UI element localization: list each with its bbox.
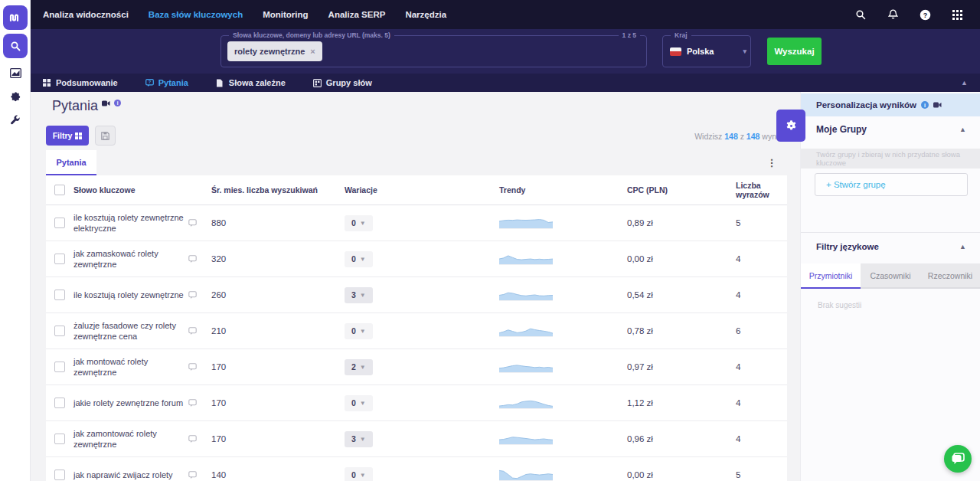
table-row[interactable]: jak zamaskować rolety zewnętrzne 320 0▼ … — [46, 241, 787, 277]
table-row[interactable]: jak montować rolety zewnętrzne 170 2▼ 0,… — [46, 349, 787, 385]
country-select[interactable]: Kraj Polska ▾ — [662, 35, 751, 67]
word-count: 4 — [687, 254, 787, 263]
cpc-value: 0,89 zł — [580, 218, 687, 227]
search-icon[interactable] — [854, 8, 867, 21]
card-tab-pytania[interactable]: Pytania — [46, 150, 96, 175]
variations-dropdown[interactable]: 0▼ — [345, 323, 373, 339]
senuto-logo[interactable] — [3, 5, 28, 30]
tab-rzeczowniki[interactable]: Rzeczowniki — [920, 263, 980, 289]
language-tabs: Przymiotniki Czasowniki Rzeczowniki — [801, 263, 980, 289]
tab-grupy-slow[interactable]: Grupy słów — [313, 78, 372, 87]
question-bubble-icon — [188, 291, 211, 299]
row-checkbox[interactable] — [54, 362, 65, 372]
keywords-input[interactable]: Słowa kluczowe, domeny lub adresy URL (m… — [220, 35, 647, 67]
row-checkbox[interactable] — [54, 398, 65, 408]
row-checkbox[interactable] — [54, 470, 65, 480]
chevron-down-icon: ▼ — [360, 436, 366, 443]
section-tabs: Podsumowanie ? Pytania Słowa zależne Gru… — [31, 74, 980, 92]
apps-grid-icon[interactable] — [951, 8, 963, 21]
info-icon[interactable]: i — [114, 100, 121, 106]
chat-widget-button[interactable] — [944, 445, 972, 473]
keyword-tag[interactable]: rolety zewnętrzne × — [227, 41, 322, 61]
table-row[interactable]: jakie rolety zewnętrzne forum 170 0▼ 1,1… — [46, 385, 787, 421]
floppy-save-icon — [101, 132, 109, 140]
personalization-header: Personalizacja wyników i — [801, 93, 980, 116]
keyword-text[interactable]: ile kosztują rolety zewnętrzne elektrycz… — [74, 212, 188, 234]
search-button[interactable]: Wyszukaj — [767, 38, 822, 65]
cpc-value: 1,12 zł — [580, 398, 687, 407]
visibility-chart-icon[interactable] — [6, 65, 24, 80]
language-filters-title: Filtry językowe — [816, 242, 879, 251]
collapse-panel-icon[interactable]: ▲ — [961, 79, 980, 87]
language-filters-header[interactable]: Filtry językowe ▲ — [816, 242, 966, 251]
tools-wrench-icon[interactable] — [6, 113, 24, 128]
my-groups-header[interactable]: Moje Grupy ▲ — [816, 124, 966, 135]
help-icon[interactable]: ? — [919, 8, 931, 21]
row-checkbox[interactable] — [54, 326, 65, 336]
keyword-text[interactable]: jak zamontować rolety zewnętrzne — [74, 428, 188, 450]
nav-monitoring[interactable]: Monitoring — [263, 10, 308, 19]
variations-dropdown[interactable]: 0▼ — [345, 395, 373, 411]
table-row[interactable]: żaluzje fasadowe czy rolety zewnętrzne c… — [46, 313, 787, 349]
word-groups-icon — [313, 79, 322, 87]
chat-bubble-icon — [951, 453, 965, 465]
keyword-explorer-icon[interactable] — [3, 34, 28, 58]
keyword-text[interactable]: jak montować rolety zewnętrzne — [74, 356, 188, 378]
integrations-puzzle-icon[interactable] — [6, 89, 24, 104]
chevron-up-icon[interactable]: ▲ — [959, 243, 966, 250]
variations-dropdown[interactable]: 2▼ — [345, 359, 373, 375]
tab-przymiotniki[interactable]: Przymiotniki — [801, 263, 861, 289]
keyword-text[interactable]: jakie rolety zewnętrzne forum — [74, 398, 188, 408]
chevron-up-icon[interactable]: ▲ — [959, 126, 966, 133]
tutorial-video-icon[interactable] — [102, 100, 110, 106]
save-filters-button[interactable] — [95, 126, 116, 146]
nav-narzedzia[interactable]: Narzędzia — [405, 10, 446, 19]
nav-analiza-serp[interactable]: Analiza SERP — [328, 10, 386, 19]
table-row[interactable]: jak zamontować rolety zewnętrzne 170 3▼ … — [46, 421, 787, 457]
variations-dropdown[interactable]: 3▼ — [345, 287, 373, 303]
table-menu-icon[interactable]: ⋮ — [764, 155, 779, 170]
col-cpc[interactable]: CPC (PLN) — [580, 185, 687, 195]
filters-button[interactable]: Filtry — [46, 126, 89, 146]
variations-dropdown[interactable]: 0▼ — [345, 251, 373, 267]
variations-dropdown[interactable]: 0▼ — [345, 467, 373, 481]
create-group-button[interactable]: + Stwórz grupę — [815, 173, 968, 196]
col-keyword[interactable]: Słowo kluczowe — [74, 185, 188, 195]
search-volume: 260 — [211, 290, 334, 299]
nav-analiza-widocznosci[interactable]: Analiza widoczności — [43, 10, 129, 19]
keyword-text[interactable]: żaluzje fasadowe czy rolety zewnętrzne c… — [74, 320, 188, 342]
trend-sparkline — [453, 217, 580, 229]
col-volume[interactable]: Śr. mies. liczba wyszukiwań — [211, 185, 334, 195]
keyword-text[interactable]: ile kosztują rolety zewnętrzne — [74, 290, 188, 300]
variations-dropdown[interactable]: 3▼ — [345, 431, 373, 447]
select-all-checkbox[interactable] — [54, 185, 65, 195]
remove-tag-icon[interactable]: × — [310, 47, 315, 56]
chevron-down-icon: ▼ — [360, 472, 366, 479]
table-row[interactable]: ile kosztują rolety zewnętrzne 260 3▼ 0,… — [46, 277, 787, 313]
tab-podsumowanie[interactable]: Podsumowanie — [43, 78, 118, 87]
variations-dropdown[interactable]: 0▼ — [345, 215, 373, 231]
notifications-bell-icon[interactable] — [887, 8, 899, 21]
keyword-text[interactable]: jak naprawić zwijacz rolety — [74, 470, 188, 480]
tab-slowa-zalezne[interactable]: Słowa zależne — [216, 78, 286, 87]
row-checkbox[interactable] — [54, 218, 65, 228]
table-row[interactable]: jak naprawić zwijacz rolety 140 0▼ 0,00 … — [46, 457, 787, 481]
col-trends[interactable]: Trendy — [453, 185, 580, 195]
keywords-counter: 1 z 5 — [619, 31, 640, 39]
panel-settings-gear-button[interactable] — [776, 110, 805, 142]
nav-baza-slow-kluczowych[interactable]: Baza słów kluczowych — [149, 10, 243, 19]
info-icon[interactable]: i — [921, 101, 929, 109]
tab-czasowniki[interactable]: Czasowniki — [861, 263, 920, 289]
col-variations[interactable]: Wariacje — [334, 185, 453, 195]
tab-pytania[interactable]: ? Pytania — [145, 78, 188, 87]
keyword-text[interactable]: jak zamaskować rolety zewnętrzne — [74, 248, 188, 270]
personalization-title: Personalizacja wyników — [816, 100, 916, 110]
row-checkbox[interactable] — [54, 290, 65, 300]
table-row[interactable]: ile kosztują rolety zewnętrzne elektrycz… — [46, 205, 787, 241]
filter-grid-icon — [75, 133, 82, 139]
col-word-count[interactable]: Liczba wyrazów — [687, 181, 787, 199]
row-checkbox[interactable] — [54, 254, 65, 264]
row-checkbox[interactable] — [54, 434, 65, 444]
chevron-down-icon: ▼ — [360, 220, 366, 227]
video-icon[interactable] — [933, 102, 942, 108]
